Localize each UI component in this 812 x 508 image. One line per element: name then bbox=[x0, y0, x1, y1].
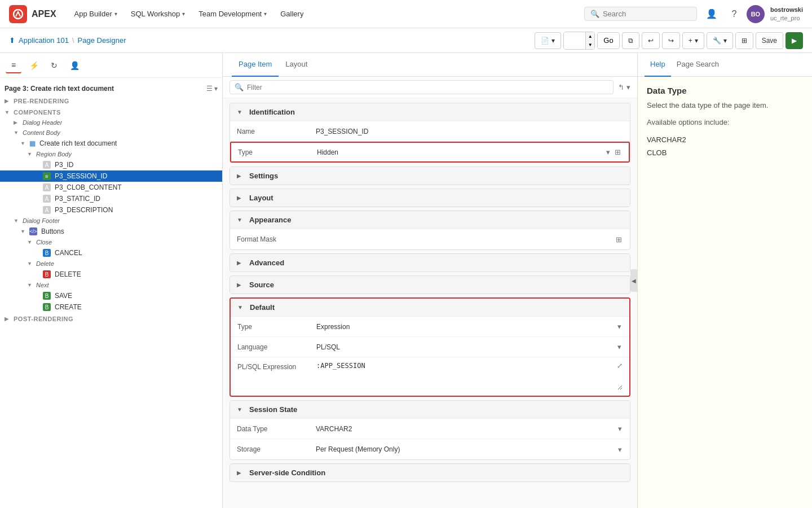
tree-item-content-body[interactable]: ▼ Content Body bbox=[0, 128, 222, 138]
help-icon[interactable]: ? bbox=[724, 4, 744, 24]
section-session-state: ▼ Session State Data Type VARCHAR2 ▾ Sto… bbox=[230, 400, 630, 460]
tree-item-buttons[interactable]: ▼ </> Buttons bbox=[0, 226, 222, 237]
tree-item-dialog-header[interactable]: ▶ Dialog Header bbox=[0, 117, 222, 128]
page-number-area: 3 ▲ ▼ bbox=[563, 32, 595, 50]
tab-layout[interactable]: Layout bbox=[279, 53, 314, 77]
tab-page-item[interactable]: Page Item bbox=[232, 53, 279, 77]
flash-icon[interactable]: ⚡ bbox=[26, 58, 42, 73]
chevron-right-icon: ▶ bbox=[5, 316, 11, 322]
group-components[interactable]: ▼ Components bbox=[0, 106, 222, 117]
plsql-expression-textarea[interactable]: :APP_SESSION bbox=[316, 362, 623, 390]
dropdown-chevron-icon[interactable]: ▾ bbox=[617, 444, 623, 455]
field-data-type: Data Type VARCHAR2 ▾ bbox=[230, 419, 630, 439]
nav-item-app-builder[interactable]: App Builder ▾ bbox=[68, 0, 124, 28]
undo-icon: ↩ bbox=[648, 37, 654, 45]
tree-item-close[interactable]: ▼ Close bbox=[0, 237, 222, 247]
left-toolbar: ≡ ⚡ ↻ 👤 bbox=[0, 53, 222, 78]
center-panel: Page Item Layout 🔍 ↰ ▾ ▼ Identification … bbox=[223, 53, 637, 508]
people-icon[interactable]: 👤 bbox=[67, 58, 82, 73]
search-icon: 🔍 bbox=[590, 10, 599, 18]
nav-item-gallery[interactable]: Gallery bbox=[273, 0, 310, 28]
dropdown-chevron-icon[interactable]: ▾ bbox=[617, 423, 623, 434]
section-appearance-body: Format Mask ⊞ bbox=[230, 229, 630, 249]
tree-item-p3-session-id[interactable]: ≡ P3_SESSION_ID bbox=[0, 170, 222, 182]
tree-item-dialog-footer[interactable]: ▼ Dialog Footer bbox=[0, 216, 222, 226]
save-btn[interactable]: Save bbox=[756, 32, 783, 49]
action-menu-icon[interactable]: ⊞ bbox=[614, 147, 622, 157]
section-source-header[interactable]: ▶ Source bbox=[230, 276, 630, 294]
run-btn[interactable]: ▶ bbox=[785, 32, 803, 49]
section-default-header[interactable]: ▼ Default bbox=[231, 299, 629, 317]
section-identification-header[interactable]: ▼ Identification bbox=[230, 103, 630, 121]
chevron-down-icon: ▼ bbox=[20, 229, 27, 234]
field-storage: Storage Per Request (Memory Only) ▾ bbox=[230, 439, 630, 459]
undo-btn[interactable]: ↩ bbox=[642, 32, 660, 49]
tree-item-p3-clob-content[interactable]: A P3_CLOB_CONTENT bbox=[0, 182, 222, 193]
tab-page-search[interactable]: Page Search bbox=[671, 53, 725, 77]
page-down-arrow[interactable]: ▼ bbox=[585, 41, 594, 49]
tree-item-save[interactable]: B SAVE bbox=[0, 290, 222, 301]
add-btn[interactable]: + ▾ bbox=[682, 32, 704, 49]
chevron-down-icon: ▼ bbox=[14, 130, 20, 135]
filter-search-icon: 🔍 bbox=[235, 83, 244, 91]
tree-item-delete[interactable]: B DELETE bbox=[0, 269, 222, 280]
section-session-state-header[interactable]: ▼ Session State bbox=[230, 401, 630, 419]
section-advanced-header[interactable]: ▶ Advanced bbox=[230, 254, 630, 271]
section-appearance-header[interactable]: ▼ Appearance bbox=[230, 211, 630, 229]
filter-input[interactable] bbox=[247, 84, 608, 91]
nav-item-sql-workshop[interactable]: SQL Workshop ▾ bbox=[124, 0, 192, 28]
redo-btn[interactable]: ↪ bbox=[662, 32, 680, 49]
top-nav: APEX App Builder ▾ SQL Workshop ▾ Team D… bbox=[0, 0, 812, 28]
grid-btn[interactable]: ⊞ bbox=[735, 32, 753, 49]
item-icon: A bbox=[43, 183, 51, 191]
chevron-down-icon: ▼ bbox=[20, 141, 27, 146]
wrench-btn[interactable]: 🔧 ▾ bbox=[707, 32, 733, 49]
notifications-icon[interactable]: 👤 bbox=[701, 4, 722, 24]
filter-action-icon[interactable]: ↰ ▾ bbox=[618, 83, 630, 91]
go-button[interactable]: Go bbox=[597, 32, 619, 49]
section-layout-header[interactable]: ▶ Layout bbox=[230, 189, 630, 207]
run-icon: ▶ bbox=[792, 37, 797, 45]
collapse-right-handle[interactable]: ◀ bbox=[630, 269, 637, 292]
action-menu-icon[interactable]: ⊞ bbox=[615, 234, 623, 245]
tree-item-delete-group[interactable]: ▼ Delete bbox=[0, 259, 222, 269]
chevron-down-icon: ▼ bbox=[14, 218, 20, 224]
chevron-down-icon: ▾ bbox=[264, 11, 267, 17]
help-description: Select the data type of the page item. bbox=[647, 100, 803, 111]
section-server-condition-header[interactable]: ▶ Server-side Condition bbox=[230, 464, 630, 481]
tree-menu-icon[interactable]: ☰ ▾ bbox=[206, 85, 218, 93]
tree-view-icon[interactable]: ≡ bbox=[6, 58, 21, 73]
refresh-icon[interactable]: ↻ bbox=[46, 58, 62, 73]
tree-item-region-body[interactable]: ▼ Region Body bbox=[0, 149, 222, 159]
tree-item-p3-id[interactable]: A P3_ID bbox=[0, 159, 222, 170]
page-up-arrow[interactable]: ▲ bbox=[585, 32, 594, 41]
dropdown-chevron-icon[interactable]: ▾ bbox=[616, 321, 623, 332]
expand-icon[interactable]: ⤢ bbox=[617, 362, 623, 370]
dropdown-chevron-icon[interactable]: ▾ bbox=[616, 341, 623, 352]
page-number-input[interactable]: 3 bbox=[564, 32, 584, 49]
tree-item-p3-description[interactable]: A P3_DESCRIPTION bbox=[0, 204, 222, 216]
copy-btn[interactable]: ⧉ bbox=[622, 32, 639, 49]
field-name: Name P3_SESSION_ID bbox=[230, 121, 630, 142]
avatar[interactable]: BO bbox=[747, 5, 765, 23]
tree-item-p3-static-id[interactable]: A P3_STATIC_ID bbox=[0, 193, 222, 204]
dropdown-chevron-icon[interactable]: ▾ bbox=[605, 147, 611, 157]
group-pre-rendering[interactable]: ▶ Pre-Rendering bbox=[0, 95, 222, 106]
nav-item-team-dev[interactable]: Team Development ▾ bbox=[192, 0, 273, 28]
group-post-rendering[interactable]: ▶ Post-Rendering bbox=[0, 313, 222, 324]
help-option-clob: CLOB bbox=[647, 146, 803, 159]
apex-logo[interactable]: APEX bbox=[9, 5, 56, 23]
section-default: ▼ Default Type Expression ▾ Language bbox=[230, 297, 630, 397]
tree-item-create-rtd[interactable]: ▼ ▦ Create rich text document bbox=[0, 138, 222, 149]
tree-item-cancel[interactable]: B CANCEL bbox=[0, 247, 222, 259]
breadcrumb[interactable]: ⬆ Application 101 \ Page Designer bbox=[9, 36, 126, 45]
section-settings-header[interactable]: ▶ Settings bbox=[230, 167, 630, 185]
tree-item-next-group[interactable]: ▼ Next bbox=[0, 280, 222, 290]
page-icon: 📄 bbox=[541, 37, 549, 45]
search-input[interactable] bbox=[603, 10, 691, 18]
help-option-varchar2: VARCHAR2 bbox=[647, 133, 803, 146]
tree-item-create[interactable]: B CREATE bbox=[0, 301, 222, 313]
page-selector-btn[interactable]: 📄 ▾ bbox=[535, 32, 561, 49]
sub-nav: ⬆ Application 101 \ Page Designer 📄 ▾ 3 … bbox=[0, 28, 812, 53]
tab-help[interactable]: Help bbox=[645, 53, 671, 77]
